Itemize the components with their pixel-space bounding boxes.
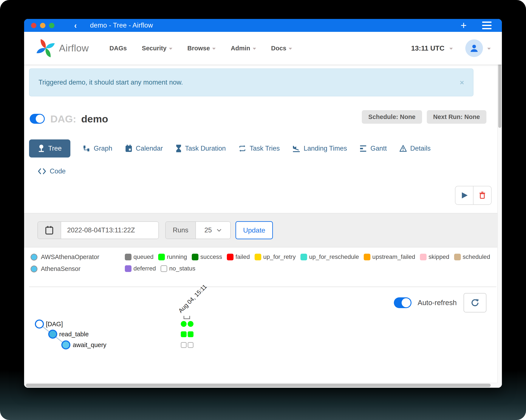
base-date-input[interactable]	[61, 222, 158, 239]
chevron-down-icon[interactable]	[487, 48, 491, 50]
tree-node-label: await_query	[73, 340, 106, 350]
status-swatch-scheduled	[454, 254, 461, 260]
base-date-group	[37, 221, 159, 239]
calendar-icon	[125, 144, 132, 152]
tree-node-await-query[interactable]	[61, 340, 70, 350]
dag-title-prefix: DAG:	[50, 113, 76, 125]
chevron-down-icon	[212, 48, 216, 50]
dag-pause-toggle[interactable]	[30, 114, 45, 124]
next-run-badge: Next Run: None	[427, 110, 487, 124]
tree-node-label: [DAG]	[46, 320, 63, 329]
legend-status: up_for_reschedule	[300, 253, 359, 260]
brand-name: Airflow	[59, 43, 89, 54]
legend-status: skipped	[420, 253, 449, 260]
tab-code[interactable]: Code	[37, 167, 66, 175]
repeat-icon	[238, 145, 246, 152]
runs-label: Runs	[166, 222, 196, 239]
new-tab-icon[interactable]: +	[461, 20, 467, 30]
legend-operator: AthenaSensor	[30, 265, 125, 272]
window-controls	[31, 23, 54, 28]
legend-status: deferred	[125, 265, 156, 272]
chevron-down-icon	[289, 48, 292, 50]
nav-item-security[interactable]: Security	[142, 45, 172, 52]
gantt-bars-icon	[359, 145, 367, 152]
nav-item-browse[interactable]: Browse	[187, 45, 216, 52]
play-icon	[460, 191, 468, 200]
alert-message: Triggered demo, it should start any mome…	[39, 79, 183, 86]
dag-title: DAG: demo	[50, 113, 108, 125]
legend-status: running	[158, 253, 187, 260]
runs-filter-bar: Runs 25 Update	[24, 213, 498, 247]
status-swatch-queued	[125, 254, 132, 260]
tab-graph[interactable]: Graph	[83, 145, 112, 152]
legend-status: no_status	[161, 265, 195, 272]
tab-tree[interactable]: Tree	[29, 140, 70, 158]
tree-node-dag[interactable]	[35, 320, 44, 329]
clock-label: 13:11 UTC	[411, 44, 445, 52]
delete-dag-button[interactable]	[473, 186, 491, 204]
status-swatch-success	[192, 254, 198, 260]
nav-item-dags[interactable]: DAGs	[110, 45, 127, 52]
page-content: Triggered demo, it should start any mome…	[24, 65, 502, 388]
airflow-brand[interactable]: Airflow	[35, 38, 89, 59]
trash-icon	[478, 191, 486, 200]
code-icon	[37, 168, 47, 175]
update-button[interactable]: Update	[235, 221, 273, 239]
nav-item-admin[interactable]: Admin	[231, 45, 256, 52]
vertical-scrollbar[interactable]	[497, 32, 502, 383]
back-icon[interactable]: ‹	[74, 19, 77, 33]
horizontal-scrollbar-thumb[interactable]	[26, 384, 491, 387]
browser-titlebar: ‹ demo - Tree - Airflow +	[24, 19, 502, 32]
trigger-alert-banner: Triggered demo, it should start any mome…	[29, 69, 474, 96]
tree-node-label: read_table	[59, 330, 89, 339]
tree-edges	[29, 299, 85, 359]
dag-run-status-circle[interactable]	[188, 321, 193, 327]
tab-details[interactable]: Details	[399, 145, 431, 152]
tab-gantt[interactable]: Gantt	[359, 145, 387, 152]
menu-icon[interactable]	[482, 21, 492, 29]
zoom-window-button[interactable]	[49, 23, 54, 28]
close-window-button[interactable]	[31, 23, 36, 28]
clock-dropdown[interactable]: 13:11 UTC	[411, 44, 453, 52]
task-instance-square[interactable]	[181, 342, 187, 348]
operator-dot	[30, 254, 37, 260]
dag-header: DAG: demo	[30, 109, 108, 128]
status-swatch-up-for-retry	[255, 254, 261, 260]
minimize-window-button[interactable]	[40, 23, 45, 28]
legend-status: success	[192, 253, 222, 260]
warning-triangle-icon	[399, 145, 407, 152]
task-instance-square[interactable]	[188, 342, 193, 348]
tab-calendar[interactable]: Calendar	[125, 144, 163, 152]
close-alert-icon[interactable]: ×	[460, 78, 464, 87]
trigger-dag-button[interactable]	[455, 186, 473, 204]
run-column-label: Aug 04, 15:11	[177, 283, 209, 315]
tree-icon	[38, 144, 45, 153]
browser-window: ‹ demo - Tree - Airflow + Airflow DAGs S…	[24, 19, 502, 388]
nav-item-docs[interactable]: Docs	[271, 45, 292, 52]
chevron-down-icon	[169, 48, 172, 50]
tree-node-read-table[interactable]	[48, 330, 57, 339]
dag-run-status-circle[interactable]	[181, 321, 187, 327]
status-swatch-running	[158, 254, 165, 260]
graph-icon	[83, 145, 91, 152]
dag-action-buttons	[455, 186, 492, 205]
dag-name: demo	[81, 113, 108, 125]
num-runs-group: Runs 25	[165, 221, 231, 239]
user-avatar[interactable]	[465, 39, 483, 57]
view-tabs: Tree Graph Calendar	[29, 140, 493, 158]
tab-landing-times[interactable]: Landing Times	[292, 144, 347, 152]
run-axis-bracket	[183, 316, 190, 319]
calendar-addon	[38, 222, 61, 239]
task-instance-square[interactable]	[181, 331, 187, 337]
status-swatch-upstream-failed	[364, 254, 370, 260]
status-swatch-deferred	[125, 265, 132, 272]
hourglass-icon	[175, 144, 182, 152]
status-swatch-skipped	[420, 254, 426, 260]
tab-task-duration[interactable]: Task Duration	[175, 144, 226, 152]
divider	[29, 287, 496, 287]
task-instance-square[interactable]	[188, 331, 193, 337]
horizontal-scrollbar[interactable]	[24, 383, 502, 388]
num-runs-select[interactable]: 25	[196, 222, 230, 239]
tab-task-tries[interactable]: Task Tries	[238, 145, 280, 152]
legend-status: queued	[125, 253, 153, 260]
